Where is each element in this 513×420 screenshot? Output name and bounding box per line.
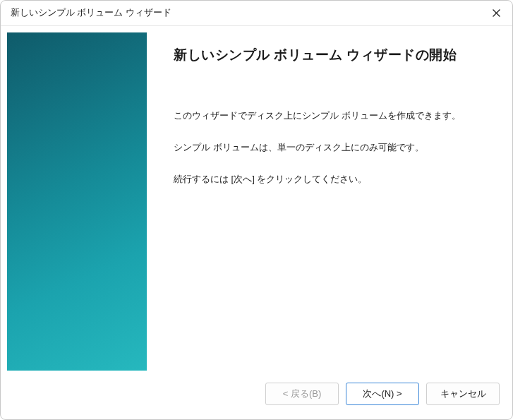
wizard-footer: < 戻る(B) 次へ(N) > キャンセル (1, 377, 512, 419)
titlebar: 新しいシンプル ボリューム ウィザード (1, 1, 512, 26)
intro-text-1: このウィザードでディスク上にシンプル ボリュームを作成できます。 (174, 109, 487, 124)
wizard-window: 新しいシンプル ボリューム ウィザード 新しいシンプル ボリューム ウィザードの… (0, 0, 513, 420)
next-button[interactable]: 次へ(N) > (346, 383, 419, 405)
wizard-sidebar-image (7, 32, 147, 371)
intro-text-3: 続行するには [次へ] をクリックしてください。 (174, 172, 487, 187)
close-icon (493, 9, 500, 17)
cancel-button[interactable]: キャンセル (426, 383, 500, 405)
back-button: < 戻る(B) (265, 383, 339, 405)
window-title: 新しいシンプル ボリューム ウィザード (11, 7, 171, 19)
wizard-content: 新しいシンプル ボリューム ウィザードの開始 このウィザードでディスク上にシンプ… (147, 26, 512, 377)
close-button[interactable] (480, 1, 512, 26)
intro-text-2: シンプル ボリュームは、単一のディスク上にのみ可能です。 (174, 140, 487, 155)
page-heading: 新しいシンプル ボリューム ウィザードの開始 (174, 46, 487, 64)
wizard-body: 新しいシンプル ボリューム ウィザードの開始 このウィザードでディスク上にシンプ… (1, 26, 512, 377)
